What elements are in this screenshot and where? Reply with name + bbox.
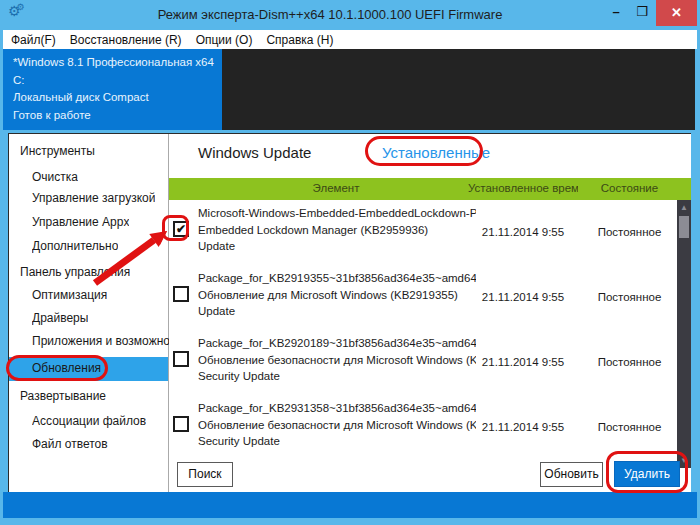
update-state: Постоянное [581, 226, 678, 238]
maximize-button[interactable]: ❒ [630, 0, 654, 26]
sidebar-item-appx-management[interactable]: Управление Appx [32, 215, 129, 229]
drive-letter: C: [13, 72, 222, 90]
sidebar-item-apps-features[interactable]: Приложения и возможнос [32, 334, 170, 348]
row-checkbox[interactable] [173, 351, 189, 367]
sidebar-section-deployment: Развертывание [20, 389, 106, 403]
table-row[interactable]: ✔ Microsoft-Windows-Embedded-EmbeddedLoc… [169, 200, 677, 265]
window-title: Режим эксперта-Dism++x64 10.1.1000.100 U… [60, 7, 600, 22]
column-header-state[interactable]: Состояние [581, 182, 678, 194]
vertical-scrollbar[interactable]: ▲ ▼ [677, 200, 691, 468]
table-row[interactable]: Package_for_KB2931358~31bf3856ad364e35~a… [169, 395, 677, 460]
scrollbar-thumb[interactable] [679, 216, 689, 238]
sidebar-item-advanced[interactable]: Дополнительно [32, 239, 118, 253]
menu-item-options[interactable]: Опции (О) [196, 33, 253, 47]
installed-time: 21.11.2014 9:55 [469, 226, 577, 238]
system-info-panel[interactable]: *Windows 8.1 Профессиональная x64 C: Лок… [3, 49, 222, 130]
status-bar [3, 492, 697, 518]
update-state: Постоянное [581, 421, 678, 433]
close-icon: ✕ [671, 5, 682, 20]
update-name: Package_for_KB2920189~31bf3856ad364e35~a… [198, 335, 476, 385]
refresh-button[interactable]: Обновить [540, 462, 603, 487]
installed-time: 21.11.2014 9:55 [469, 291, 577, 303]
menu-item-restore[interactable]: Восстановление (R) [70, 33, 182, 47]
update-name: Microsoft-Windows-Embedded-EmbeddedLockd… [198, 205, 476, 255]
table-header: Элемент Установленное время Состояние [169, 178, 691, 200]
tab-windows-update[interactable]: Windows Update [198, 144, 311, 161]
menu-item-help[interactable]: Справка (Н) [266, 33, 333, 47]
maximize-icon: ❒ [636, 4, 648, 19]
console-preview [222, 49, 695, 130]
table-row[interactable]: Package_for_KB2920189~31bf3856ad364e35~a… [169, 330, 677, 395]
menu-item-file[interactable]: Файл(F) [11, 33, 56, 47]
titlebar: ⚙⚙ Режим эксперта-Dism++x64 10.1.1000.10… [0, 0, 700, 30]
minimize-icon: – [612, 4, 619, 19]
menubar: Файл(F) Восстановление (R) Опции (О) Спр… [3, 30, 697, 49]
update-state: Постоянное [581, 291, 678, 303]
check-icon: ✔ [176, 222, 186, 236]
sidebar-item-file-associations[interactable]: Ассоциации файлов [32, 414, 146, 428]
tab-installed[interactable]: Установленные [382, 144, 490, 161]
sidebar-item-updates[interactable]: Обновления [32, 361, 101, 375]
sidebar-item-answer-file[interactable]: Файл ответов [32, 437, 108, 451]
row-checkbox-checked[interactable]: ✔ [173, 221, 189, 237]
sidebar-section-tools: Инструменты [20, 144, 95, 158]
search-button[interactable]: Поиск [177, 462, 233, 487]
sidebar-item-boot-management[interactable]: Управление загрузкой [32, 191, 155, 205]
update-state: Постоянное [581, 356, 678, 368]
column-header-element[interactable]: Элемент [198, 182, 474, 194]
app-gears-icon: ⚙⚙ [8, 3, 29, 19]
row-checkbox[interactable] [173, 416, 189, 432]
sidebar-item-optimization[interactable]: Оптимизация [32, 288, 107, 302]
scroll-up-icon[interactable]: ▲ [677, 203, 691, 212]
delete-button[interactable]: Удалить [614, 461, 680, 487]
update-name: Package_for_KB2919355~31bf3856ad364e35~a… [198, 270, 476, 320]
row-checkbox[interactable] [173, 286, 189, 302]
os-name: *Windows 8.1 Профессиональная x64 [13, 54, 222, 72]
minimize-button[interactable]: – [604, 0, 628, 26]
table-row[interactable]: Package_for_KB2919355~31bf3856ad364e35~a… [169, 265, 677, 330]
column-header-installed-time[interactable]: Установленное время [468, 182, 578, 194]
update-name: Package_for_KB2931358~31bf3856ad364e35~a… [198, 400, 476, 450]
close-button[interactable]: ✕ [656, 0, 697, 26]
sidebar-section-control-panel: Панель управления [20, 265, 130, 279]
status-ready: Готов к работе [13, 107, 222, 125]
sidebar-item-cleanup[interactable]: Очистка [32, 170, 78, 184]
dism-window: ⚙⚙ Режим эксперта-Dism++x64 10.1.1000.10… [0, 0, 700, 525]
sidebar-item-drivers[interactable]: Драйверы [32, 311, 88, 325]
installed-time: 21.11.2014 9:55 [469, 421, 577, 433]
disk-label: Локальный диск Compact [13, 89, 222, 107]
installed-time: 21.11.2014 9:55 [469, 356, 577, 368]
